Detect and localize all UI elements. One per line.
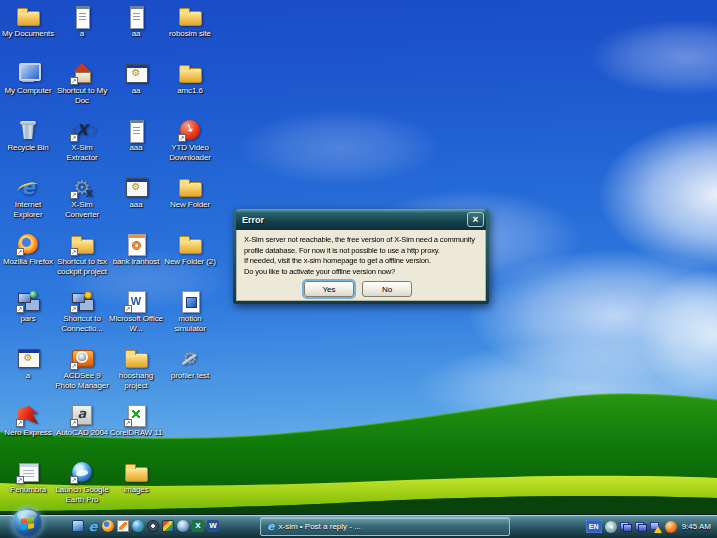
desktop-icon-my-computer[interactable]: My Computer	[1, 61, 55, 96]
desktop-icon-motion-simulator[interactable]: motion simulator	[163, 289, 217, 334]
desktop-icon-label: New Folder	[163, 200, 217, 210]
quick-launch-globe-icon[interactable]	[132, 520, 144, 532]
folder-docs-icon	[16, 4, 40, 28]
desktop-icon-aa[interactable]: aa	[109, 61, 163, 96]
shortcut-arrow-icon	[70, 134, 78, 142]
recycle-icon	[16, 118, 40, 142]
language-indicator[interactable]: EN	[586, 520, 602, 533]
clock[interactable]: 9:45 AM	[682, 522, 711, 531]
desktop-icon-x-sim-extractor[interactable]: X-Sim Extractor	[55, 118, 109, 163]
folder-icon	[178, 61, 202, 85]
quick-launch-bar	[72, 518, 219, 534]
ie-icon	[16, 175, 40, 199]
close-button[interactable]: ×	[467, 212, 484, 227]
start-button[interactable]	[12, 508, 42, 538]
tray-network-icon-2[interactable]	[635, 521, 647, 533]
shortcut-arrow-icon	[70, 77, 78, 85]
jpg-icon	[124, 232, 148, 256]
yes-button[interactable]: Yes	[304, 281, 354, 297]
quick-launch-window-icon[interactable]	[72, 520, 84, 532]
no-button[interactable]: No	[362, 281, 412, 297]
desktop-icon-autocad-2004[interactable]: AutoCAD 2004	[55, 403, 109, 438]
desktop-icon-label: Shortcut to Connectio...	[55, 314, 109, 334]
desktop-icon-aaa[interactable]: aaa	[109, 118, 163, 153]
desktop-icon-label: a	[55, 29, 109, 39]
desktop-icon-label: CorelDRAW 11	[109, 428, 163, 438]
desktop-icon-label: bank iranhost	[109, 257, 163, 267]
close-icon: ×	[473, 215, 479, 225]
folder-icon	[178, 175, 202, 199]
desktop-icon-my-documents[interactable]: My Documents	[1, 4, 55, 39]
desktop-icon-penumbra[interactable]: Penumbra	[1, 460, 55, 495]
desktop-icon-microsoft-office-w[interactable]: Microsoft Office W...	[109, 289, 163, 334]
desktop-icon-new-folder-2[interactable]: New Folder (2)	[163, 232, 217, 267]
dialog-titlebar[interactable]: Error ×	[236, 209, 486, 230]
shortcut-arrow-icon	[70, 248, 78, 256]
autocad-icon	[70, 403, 94, 427]
quick-launch-show-desktop-icon[interactable]	[117, 520, 129, 532]
desktop-icon-images[interactable]: images	[109, 460, 163, 495]
dialog-title: Error	[242, 215, 264, 225]
shortcut-arrow-icon	[70, 419, 78, 427]
desktop-icon-label: Internet Explorer	[1, 200, 55, 220]
desktop-icon-label: Microsoft Office W...	[109, 314, 163, 334]
wmv-icon	[178, 289, 202, 313]
desktop-icon-a[interactable]: a	[55, 4, 109, 39]
desktop-icon-acdsee-9-photo-manager[interactable]: ACDSee 9 Photo Manager	[55, 346, 109, 391]
quick-launch-excel-icon[interactable]	[192, 520, 204, 532]
xsim-icon	[70, 118, 94, 142]
desktop-icon-amc1-6[interactable]: amc1.6	[163, 61, 217, 96]
taskbar-task-xsim[interactable]: e x-sim • Post a reply - ...	[260, 517, 510, 536]
desktop-icon-bank-iranhost[interactable]: bank iranhost	[109, 232, 163, 267]
quick-launch-word-icon[interactable]	[207, 520, 219, 532]
desktop-icon-robosim-site[interactable]: robosim site	[163, 4, 217, 39]
quick-launch-google-earth-icon[interactable]	[177, 520, 189, 532]
desktop-icon-profiler-test[interactable]: profiler test	[163, 346, 217, 381]
desktop-icon-label: YTD Video Downloader	[163, 143, 217, 163]
appwin-icon	[16, 346, 40, 370]
quick-launch-app-box-icon[interactable]	[162, 520, 174, 532]
shortcut-arrow-icon	[124, 419, 132, 427]
tray-safely-remove-icon[interactable]	[605, 521, 617, 533]
desktop-icon-shortcut-to-my-doc[interactable]: Shortcut to My Doc	[55, 61, 109, 106]
desktop-icon-shortcut-to-connectio[interactable]: Shortcut to Connectio...	[55, 289, 109, 334]
desktop-icon-new-folder[interactable]: New Folder	[163, 175, 217, 210]
tray-network-icon-1[interactable]	[620, 521, 632, 533]
desktop-icon-aaa[interactable]: aaa	[109, 175, 163, 210]
desktop-icons: My Documentsaaarobosim siteMy ComputerSh…	[0, 0, 240, 515]
desktop-icon-label: aaa	[109, 143, 163, 153]
desktop-icon-internet-explorer[interactable]: Internet Explorer	[1, 175, 55, 220]
desktop-icon-x-sim-converter[interactable]: X-Sim Converter	[55, 175, 109, 220]
ytd-icon	[178, 118, 202, 142]
desktop-icon-label: AutoCAD 2004	[55, 428, 109, 438]
desktop-icon-aa[interactable]: aa	[109, 4, 163, 39]
appwin-icon	[124, 61, 148, 85]
folder-icon	[124, 346, 148, 370]
desktop-icon-pars[interactable]: pars	[1, 289, 55, 324]
shortcut-arrow-icon	[16, 248, 24, 256]
quick-launch-firefox-icon[interactable]	[102, 520, 114, 532]
network-icon	[16, 289, 40, 313]
desktop-icon-ytd-video-downloader[interactable]: YTD Video Downloader	[163, 118, 217, 163]
desktop-icon-label: Nero Express	[1, 428, 55, 438]
quick-launch-media-player-icon[interactable]	[147, 520, 159, 532]
tray-app-icon[interactable]	[665, 521, 677, 533]
desktop-icon-label: motion simulator	[163, 314, 217, 334]
desktop-icon-a[interactable]: a	[1, 346, 55, 381]
tray-alert-icon[interactable]	[650, 521, 662, 533]
desktop-icon-label: ACDSee 9 Photo Manager	[55, 371, 109, 391]
desktop-icon-recycle-bin[interactable]: Recycle Bin	[1, 118, 55, 153]
quick-launch-internet-explorer-icon[interactable]	[87, 520, 99, 532]
dialog-message: X-Sim server not reachable, the free ver…	[244, 235, 475, 277]
firefox-icon	[16, 232, 40, 256]
desktop-icon-hooshang-project[interactable]: hooshang project	[109, 346, 163, 391]
windows-logo-icon	[21, 517, 34, 530]
desktop-icon-shortcut-to-fsx-cockpit-project[interactable]: Shortcut to fsx cockpit project	[55, 232, 109, 277]
desktop-icon-launch-google-earth-pro[interactable]: Launch Google Earth Pro	[55, 460, 109, 505]
desktop-icon-nero-express[interactable]: Nero Express	[1, 403, 55, 438]
doc-icon	[124, 118, 148, 142]
internet-explorer-icon: e	[267, 521, 274, 532]
desktop-icon-mozilla-firefox[interactable]: Mozilla Firefox	[1, 232, 55, 267]
shortcut-arrow-icon	[16, 419, 24, 427]
desktop-icon-coreldraw-11[interactable]: CorelDRAW 11	[109, 403, 163, 438]
